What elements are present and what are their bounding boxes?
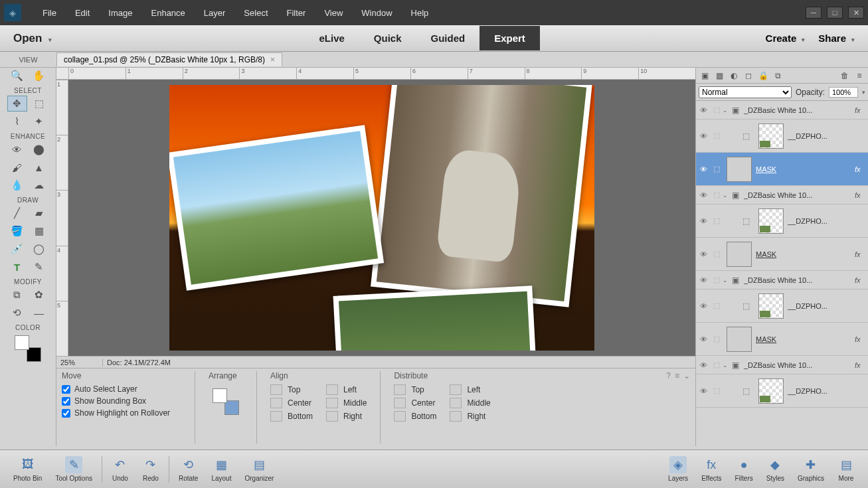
marquee-tool[interactable]: ⬚ (29, 96, 49, 112)
link-icon[interactable]: ⧉ (772, 70, 784, 82)
collapse-icon[interactable]: ⌄ (683, 371, 690, 380)
expand-icon[interactable]: ⌄ (723, 107, 732, 114)
sponge-tool[interactable]: ☁ (29, 177, 49, 193)
align-bottom[interactable]: Bottom (270, 411, 313, 422)
layer-name[interactable]: __DZPHO... (788, 387, 868, 395)
visibility-icon[interactable]: 👁 (696, 106, 711, 114)
layer-name[interactable]: _DZBasic White 10... (744, 361, 855, 369)
help-icon[interactable]: ? (666, 371, 671, 380)
bottombar-layout[interactable]: ▦Layout (205, 456, 238, 483)
fx-indicator[interactable]: fx (855, 250, 868, 258)
menu-layer[interactable]: Layer (195, 8, 235, 18)
dist-right[interactable]: Right (450, 411, 490, 422)
layer-row[interactable]: 👁⬚⬚__DZPHO... (696, 289, 868, 323)
bottombar-organizer[interactable]: ▤Organizer (238, 456, 280, 483)
brush-tool[interactable]: 🖌 (7, 159, 27, 175)
visibility-icon[interactable]: 👁 (696, 132, 711, 140)
menu-file[interactable]: File (33, 8, 66, 18)
bottombar-redo[interactable]: ↷Redo (135, 456, 166, 483)
layer-thumbnail[interactable] (758, 208, 784, 234)
paintbrush-tool[interactable]: ╱ (7, 205, 27, 221)
layer-row[interactable]: 👁⬚MASKfx (696, 323, 868, 356)
clone-tool[interactable]: ▲ (29, 159, 49, 175)
visibility-icon[interactable]: 👁 (696, 250, 711, 258)
layer-name[interactable]: __DZPHO... (788, 302, 868, 310)
recompose-tool[interactable]: ✿ (29, 287, 49, 303)
crop-tool[interactable]: ⧉ (7, 287, 27, 303)
menu-icon[interactable]: ≡ (675, 371, 679, 380)
expand-icon[interactable]: ⌄ (723, 192, 732, 199)
visibility-icon[interactable]: 👁 (696, 335, 711, 343)
align-middle[interactable]: Middle (326, 398, 367, 408)
lock-indicator[interactable]: ⬚ (711, 165, 723, 173)
lock-indicator[interactable]: ⬚ (711, 216, 723, 225)
move-tool[interactable]: ✥ (7, 96, 27, 112)
fx-indicator[interactable]: fx (855, 165, 868, 173)
layer-name[interactable]: _DZBasic White 10... (744, 191, 855, 199)
lock-indicator[interactable]: ⬚ (711, 106, 723, 114)
layer-thumbnail[interactable] (727, 242, 752, 267)
lock-indicator[interactable]: ⬚ (711, 191, 723, 199)
dist-left[interactable]: Left (450, 384, 490, 395)
foreground-color[interactable] (15, 335, 29, 350)
fill-tool[interactable]: 🪣 (7, 223, 27, 239)
new-layer-icon[interactable]: ▣ (699, 70, 711, 82)
lasso-tool[interactable]: ⌇ (7, 114, 27, 129)
panel-menu-icon[interactable]: ≡ (853, 70, 865, 82)
align-left[interactable]: Left (326, 384, 367, 395)
bottombar-rotate[interactable]: ⟲Rotate (172, 456, 205, 483)
fx-indicator[interactable]: fx (855, 276, 868, 284)
layer-row[interactable]: 👁⬚⬚__DZPHO... (696, 374, 868, 408)
lock-indicator[interactable]: ⬚ (711, 335, 723, 343)
close-button[interactable]: ✕ (848, 7, 864, 19)
layer-row[interactable]: 👁⬚⌄▣_DZBasic White 10...fx (696, 356, 868, 374)
mask-icon[interactable]: ◻ (742, 70, 754, 82)
layer-name[interactable]: __DZPHO... (788, 217, 868, 225)
lock-indicator[interactable]: ⬚ (711, 386, 723, 395)
layer-name[interactable]: MASK (756, 335, 855, 343)
visibility-icon[interactable]: 👁 (696, 191, 711, 199)
bottombar-undo[interactable]: ↶Undo (105, 456, 135, 483)
bottombar-effects[interactable]: fxEffects (695, 456, 728, 482)
tab-close-icon[interactable]: × (270, 55, 275, 64)
expand-icon[interactable]: ⌄ (723, 362, 732, 368)
dist-center[interactable]: Center (394, 398, 436, 408)
redeye-tool[interactable]: 👁 (7, 141, 27, 157)
trash-icon[interactable]: 🗑 (839, 70, 851, 82)
bottombar-layers[interactable]: ◈Layers (661, 456, 695, 482)
bottombar-tool-options[interactable]: ✎Tool Options (48, 456, 99, 483)
document-tab[interactable]: collage_01.psd @ 25% (_DZBasic White 10p… (56, 52, 282, 66)
layer-row[interactable]: 👁⬚⌄▣_DZBasic White 10...fx (696, 186, 868, 204)
layer-row[interactable]: 👁⬚⬚__DZPHO... (696, 204, 868, 238)
fx-indicator[interactable]: fx (855, 106, 868, 114)
text-tool[interactable]: T (7, 259, 27, 275)
create-button[interactable]: Create (766, 33, 806, 44)
visibility-icon[interactable]: 👁 (696, 276, 711, 284)
mode-tab-expert[interactable]: Expert (479, 26, 540, 50)
menu-image[interactable]: Image (99, 8, 141, 18)
bottombar-filters[interactable]: ●Filters (729, 456, 760, 482)
adjust-icon[interactable]: ◐ (728, 70, 740, 82)
highlight-checkbox[interactable]: Show Highlight on Rollover (62, 408, 181, 418)
visibility-icon[interactable]: 👁 (696, 302, 711, 310)
pencil-tool[interactable]: ✎ (29, 259, 49, 275)
lock-indicator[interactable]: ⬚ (711, 276, 723, 284)
open-button[interactable]: Open (0, 32, 65, 45)
align-center[interactable]: Center (270, 398, 313, 408)
menu-filter[interactable]: Filter (278, 8, 315, 18)
menu-help[interactable]: Help (402, 8, 438, 18)
new-group-icon[interactable]: ▦ (713, 70, 725, 82)
layer-name[interactable]: MASK (756, 165, 855, 173)
layer-row[interactable]: 👁⬚⬚__DZPHO... (696, 120, 868, 153)
lock-indicator[interactable]: ⬚ (711, 131, 723, 140)
layer-thumbnail[interactable] (727, 157, 752, 182)
layer-row[interactable]: 👁⬚MASKfx (696, 153, 868, 186)
mode-tab-guided[interactable]: Guided (416, 26, 480, 50)
bounding-box-checkbox[interactable]: Show Bounding Box (62, 396, 181, 406)
lock-indicator[interactable]: ⬚ (711, 361, 723, 369)
layer-row[interactable]: 👁⬚MASKfx (696, 238, 868, 271)
shape-tool[interactable]: ◯ (29, 241, 49, 257)
magic-wand-tool[interactable]: ✦ (29, 114, 49, 129)
visibility-icon[interactable]: 👁 (696, 361, 711, 369)
fx-indicator[interactable]: fx (855, 361, 868, 369)
